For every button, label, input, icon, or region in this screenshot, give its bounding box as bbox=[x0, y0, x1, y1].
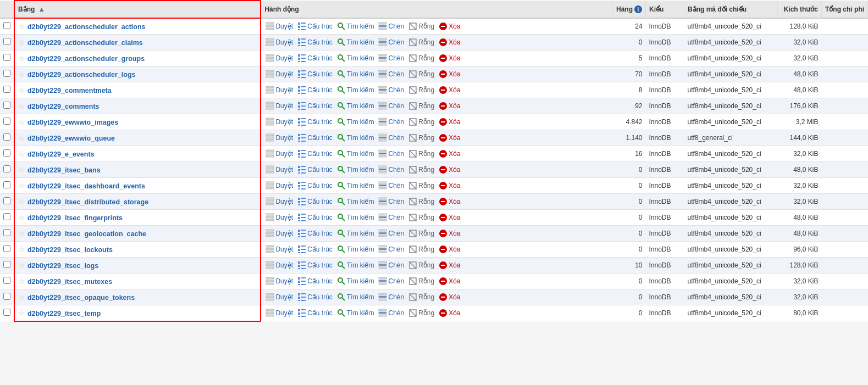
browse-action[interactable]: Duyệt bbox=[264, 101, 294, 111]
search-action[interactable]: Tìm kiếm bbox=[336, 69, 375, 79]
browse-action[interactable]: Duyệt bbox=[264, 21, 294, 31]
table-name-link[interactable]: d2b0yt229_itsec_bans bbox=[27, 166, 101, 174]
structure-action[interactable]: Cấu trúc bbox=[296, 228, 334, 238]
favorite-star-icon[interactable]: ☆ bbox=[18, 86, 27, 94]
favorite-star-icon[interactable]: ☆ bbox=[18, 197, 27, 206]
table-name-link[interactable]: d2b0yt229_itsec_temp bbox=[27, 310, 101, 317]
search-action[interactable]: Tìm kiếm bbox=[336, 228, 375, 238]
browse-action[interactable]: Duyệt bbox=[264, 292, 294, 302]
empty-action[interactable]: Rỗng bbox=[407, 228, 435, 238]
favorite-star-icon[interactable]: ☆ bbox=[18, 149, 27, 158]
insert-action[interactable]: Chèn bbox=[377, 53, 405, 63]
insert-action[interactable]: Chèn bbox=[377, 244, 405, 254]
insert-action[interactable]: Chèn bbox=[377, 101, 405, 111]
table-name-link[interactable]: d2b0yt229_comments bbox=[27, 103, 99, 110]
drop-action[interactable]: Xóa bbox=[438, 85, 461, 95]
search-action[interactable]: Tìm kiếm bbox=[336, 21, 375, 31]
structure-action[interactable]: Cấu trúc bbox=[296, 213, 334, 222]
drop-action[interactable]: Xóa bbox=[438, 101, 461, 111]
favorite-star-icon[interactable]: ☆ bbox=[18, 277, 27, 286]
browse-action[interactable]: Duyệt bbox=[264, 244, 294, 254]
favorite-star-icon[interactable]: ☆ bbox=[18, 165, 27, 174]
row-checkbox[interactable] bbox=[3, 229, 10, 236]
insert-action[interactable]: Chèn bbox=[377, 149, 405, 159]
insert-action[interactable]: Chèn bbox=[377, 133, 405, 143]
row-checkbox[interactable] bbox=[3, 102, 10, 109]
hang-info-icon[interactable]: i bbox=[634, 5, 642, 13]
drop-action[interactable]: Xóa bbox=[438, 213, 461, 222]
browse-action[interactable]: Duyệt bbox=[264, 133, 294, 143]
structure-action[interactable]: Cấu trúc bbox=[296, 37, 334, 47]
insert-action[interactable]: Chèn bbox=[377, 276, 405, 286]
structure-action[interactable]: Cấu trúc bbox=[296, 165, 334, 175]
empty-action[interactable]: Rỗng bbox=[407, 260, 435, 270]
insert-action[interactable]: Chèn bbox=[377, 197, 405, 207]
browse-action[interactable]: Duyệt bbox=[264, 53, 294, 63]
insert-action[interactable]: Chèn bbox=[377, 85, 405, 95]
favorite-star-icon[interactable]: ☆ bbox=[18, 70, 27, 79]
browse-action[interactable]: Duyệt bbox=[264, 69, 294, 79]
browse-action[interactable]: Duyệt bbox=[264, 37, 294, 47]
row-checkbox[interactable] bbox=[3, 38, 10, 45]
table-name-link[interactable]: d2b0yt229_itsec_geolocation_cache bbox=[27, 230, 146, 238]
bang-header[interactable]: Bảng ▲ bbox=[14, 1, 261, 18]
insert-action[interactable]: Chèn bbox=[377, 308, 405, 318]
search-action[interactable]: Tìm kiếm bbox=[336, 292, 375, 302]
search-action[interactable]: Tìm kiếm bbox=[336, 308, 375, 318]
favorite-star-icon[interactable]: ☆ bbox=[18, 54, 27, 63]
drop-action[interactable]: Xóa bbox=[438, 308, 461, 318]
row-checkbox[interactable] bbox=[3, 197, 10, 204]
table-name-link[interactable]: d2b0yt229_commentmeta bbox=[27, 87, 112, 94]
favorite-star-icon[interactable]: ☆ bbox=[18, 181, 27, 190]
table-name-link[interactable]: d2b0yt229_itsec_logs bbox=[27, 262, 98, 270]
empty-action[interactable]: Rỗng bbox=[407, 85, 435, 95]
row-checkbox[interactable] bbox=[3, 22, 10, 29]
favorite-star-icon[interactable]: ☆ bbox=[18, 229, 27, 238]
empty-action[interactable]: Rỗng bbox=[407, 292, 435, 302]
drop-action[interactable]: Xóa bbox=[438, 228, 461, 238]
empty-action[interactable]: Rỗng bbox=[407, 276, 435, 286]
drop-action[interactable]: Xóa bbox=[438, 165, 461, 175]
browse-action[interactable]: Duyệt bbox=[264, 197, 294, 207]
browse-action[interactable]: Duyệt bbox=[264, 165, 294, 175]
drop-action[interactable]: Xóa bbox=[438, 276, 461, 286]
table-name-link[interactable]: d2b0yt229_itsec_dashboard_events bbox=[27, 182, 145, 190]
empty-action[interactable]: Rỗng bbox=[407, 149, 435, 159]
drop-action[interactable]: Xóa bbox=[438, 117, 461, 127]
insert-action[interactable]: Chèn bbox=[377, 292, 405, 302]
table-name-link[interactable]: d2b0yt229_itsec_mutexes bbox=[27, 278, 112, 286]
drop-action[interactable]: Xóa bbox=[438, 149, 461, 159]
browse-action[interactable]: Duyệt bbox=[264, 149, 294, 159]
table-name-link[interactable]: d2b0yt229_actionscheduler_logs bbox=[27, 71, 136, 79]
table-name-link[interactable]: d2b0yt229_itsec_fingerprints bbox=[27, 214, 123, 222]
empty-action[interactable]: Rỗng bbox=[407, 53, 435, 63]
browse-action[interactable]: Duyệt bbox=[264, 181, 294, 191]
drop-action[interactable]: Xóa bbox=[438, 292, 461, 302]
table-name-link[interactable]: d2b0yt229_actionscheduler_groups bbox=[27, 55, 145, 63]
table-name-link[interactable]: d2b0yt229_itsec_lockouts bbox=[27, 246, 113, 254]
browse-action[interactable]: Duyệt bbox=[264, 85, 294, 95]
favorite-star-icon[interactable]: ☆ bbox=[18, 133, 27, 142]
structure-action[interactable]: Cấu trúc bbox=[296, 276, 334, 286]
search-action[interactable]: Tìm kiếm bbox=[336, 165, 375, 175]
row-checkbox[interactable] bbox=[3, 245, 10, 252]
empty-action[interactable]: Rỗng bbox=[407, 101, 435, 111]
structure-action[interactable]: Cấu trúc bbox=[296, 21, 334, 31]
empty-action[interactable]: Rỗng bbox=[407, 165, 435, 175]
row-checkbox[interactable] bbox=[3, 261, 10, 268]
insert-action[interactable]: Chèn bbox=[377, 37, 405, 47]
structure-action[interactable]: Cấu trúc bbox=[296, 260, 334, 270]
search-action[interactable]: Tìm kiếm bbox=[336, 85, 375, 95]
structure-action[interactable]: Cấu trúc bbox=[296, 308, 334, 318]
insert-action[interactable]: Chèn bbox=[377, 213, 405, 222]
table-name-link[interactable]: d2b0yt229_actionscheduler_claims bbox=[27, 39, 143, 47]
row-checkbox[interactable] bbox=[3, 293, 10, 300]
row-checkbox[interactable] bbox=[3, 133, 10, 141]
empty-action[interactable]: Rỗng bbox=[407, 197, 435, 207]
empty-action[interactable]: Rỗng bbox=[407, 244, 435, 254]
drop-action[interactable]: Xóa bbox=[438, 133, 461, 143]
drop-action[interactable]: Xóa bbox=[438, 21, 461, 31]
drop-action[interactable]: Xóa bbox=[438, 260, 461, 270]
structure-action[interactable]: Cấu trúc bbox=[296, 244, 334, 254]
structure-action[interactable]: Cấu trúc bbox=[296, 133, 334, 143]
